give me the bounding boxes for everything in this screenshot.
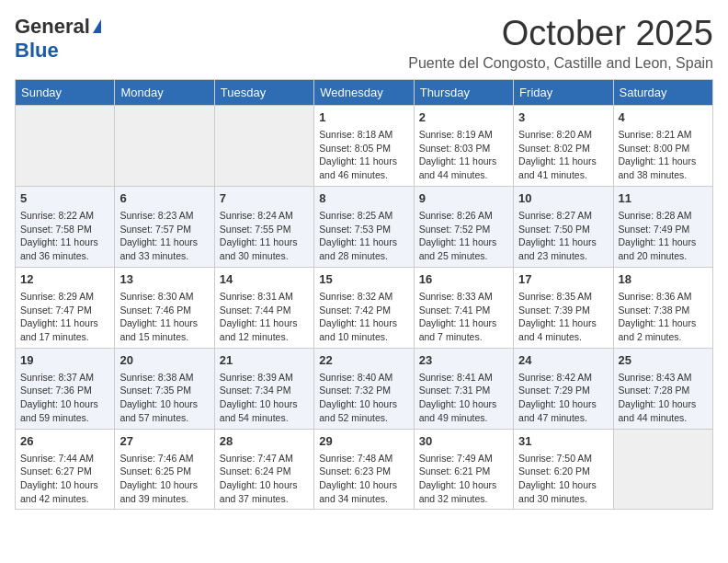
day-info: Daylight: 11 hours and 38 minutes. xyxy=(619,155,708,181)
calendar-cell: 9Sunrise: 8:26 AMSunset: 7:52 PMDaylight… xyxy=(414,186,513,267)
day-number: 25 xyxy=(619,352,708,369)
day-info: Sunset: 7:32 PM xyxy=(319,384,408,397)
month-title: October 2025 xyxy=(408,15,713,53)
calendar-cell: 28Sunrise: 7:47 AMSunset: 6:24 PMDayligh… xyxy=(214,429,313,510)
day-info: Sunrise: 7:48 AM xyxy=(319,452,408,465)
day-info: Daylight: 10 hours and 34 minutes. xyxy=(319,478,408,505)
calendar-cell: 24Sunrise: 8:42 AMSunset: 7:29 PMDayligh… xyxy=(514,348,613,429)
location-title: Puente del Congosto, Castille and Leon, … xyxy=(408,55,713,72)
calendar-cell: 20Sunrise: 8:38 AMSunset: 7:35 PMDayligh… xyxy=(115,348,214,429)
title-block: October 2025 Puente del Congosto, Castil… xyxy=(408,15,713,72)
day-info: Sunrise: 8:33 AM xyxy=(419,290,508,304)
day-info: Sunset: 7:44 PM xyxy=(220,304,309,317)
calendar-cell: 30Sunrise: 7:49 AMSunset: 6:21 PMDayligh… xyxy=(414,429,513,510)
day-info: Sunset: 6:24 PM xyxy=(220,465,309,478)
weekday-header-monday: Monday xyxy=(115,79,214,105)
day-info: Sunrise: 8:36 AM xyxy=(619,290,708,304)
day-info: Sunrise: 8:27 AM xyxy=(518,209,608,223)
day-info: Sunrise: 8:32 AM xyxy=(319,290,408,304)
day-info: Sunrise: 7:47 AM xyxy=(220,452,309,465)
calendar-table: SundayMondayTuesdayWednesdayThursdayFrid… xyxy=(15,79,713,511)
logo-general-text: General xyxy=(15,15,90,39)
calendar-cell: 10Sunrise: 8:27 AMSunset: 7:50 PMDayligh… xyxy=(514,186,613,267)
day-info: Sunset: 7:39 PM xyxy=(518,304,608,317)
day-info: Sunrise: 8:22 AM xyxy=(20,209,109,223)
day-info: Sunrise: 8:25 AM xyxy=(319,209,408,223)
day-info: Sunset: 8:02 PM xyxy=(518,142,608,155)
day-info: Sunrise: 7:50 AM xyxy=(518,452,608,465)
day-info: Sunset: 7:57 PM xyxy=(119,223,209,236)
day-info: Sunrise: 8:19 AM xyxy=(419,128,508,142)
day-info: Sunset: 8:05 PM xyxy=(319,142,408,155)
day-info: Sunset: 7:29 PM xyxy=(518,384,608,397)
calendar-cell: 22Sunrise: 8:40 AMSunset: 7:32 PMDayligh… xyxy=(314,348,414,429)
day-info: Sunset: 7:50 PM xyxy=(518,223,608,236)
day-info: Daylight: 10 hours and 44 minutes. xyxy=(619,397,708,424)
day-info: Sunrise: 8:29 AM xyxy=(20,290,109,304)
day-info: Daylight: 11 hours and 46 minutes. xyxy=(319,155,408,181)
calendar-cell: 13Sunrise: 8:30 AMSunset: 7:46 PMDayligh… xyxy=(115,267,214,348)
day-info: Sunset: 7:35 PM xyxy=(119,384,209,397)
day-info: Daylight: 10 hours and 37 minutes. xyxy=(220,478,309,505)
day-number: 30 xyxy=(419,433,508,450)
calendar-week-3: 12Sunrise: 8:29 AMSunset: 7:47 PMDayligh… xyxy=(16,267,713,348)
day-number: 10 xyxy=(518,190,608,207)
day-info: Sunrise: 8:28 AM xyxy=(619,209,708,223)
day-info: Sunrise: 7:46 AM xyxy=(119,452,209,465)
day-info: Daylight: 11 hours and 20 minutes. xyxy=(619,236,708,262)
calendar-cell: 26Sunrise: 7:44 AMSunset: 6:27 PMDayligh… xyxy=(16,429,115,510)
day-number: 1 xyxy=(319,109,408,126)
day-info: Sunrise: 8:37 AM xyxy=(20,371,109,385)
day-info: Sunset: 7:36 PM xyxy=(20,384,109,397)
day-number: 5 xyxy=(20,190,109,207)
day-info: Sunrise: 8:21 AM xyxy=(619,128,708,142)
day-info: Daylight: 10 hours and 49 minutes. xyxy=(419,397,508,424)
day-info: Sunset: 7:58 PM xyxy=(20,223,109,236)
day-info: Sunset: 8:03 PM xyxy=(419,142,508,155)
day-number: 23 xyxy=(419,352,508,369)
calendar-cell xyxy=(16,105,115,186)
day-info: Daylight: 10 hours and 32 minutes. xyxy=(419,478,508,505)
day-number: 18 xyxy=(619,271,708,288)
day-number: 20 xyxy=(119,352,209,369)
day-info: Daylight: 10 hours and 52 minutes. xyxy=(319,397,408,424)
day-info: Daylight: 11 hours and 17 minutes. xyxy=(20,316,109,343)
day-info: Sunset: 6:20 PM xyxy=(518,465,608,478)
day-number: 13 xyxy=(119,271,209,288)
day-info: Sunrise: 8:38 AM xyxy=(119,371,209,385)
weekday-header-friday: Friday xyxy=(514,79,613,105)
day-info: Daylight: 11 hours and 7 minutes. xyxy=(419,316,508,343)
calendar-week-1: 1Sunrise: 8:18 AMSunset: 8:05 PMDaylight… xyxy=(16,105,713,186)
day-number: 26 xyxy=(20,433,109,450)
calendar-cell: 5Sunrise: 8:22 AMSunset: 7:58 PMDaylight… xyxy=(16,186,115,267)
calendar-week-2: 5Sunrise: 8:22 AMSunset: 7:58 PMDaylight… xyxy=(16,186,713,267)
calendar-cell: 1Sunrise: 8:18 AMSunset: 8:05 PMDaylight… xyxy=(314,105,414,186)
calendar-cell: 29Sunrise: 7:48 AMSunset: 6:23 PMDayligh… xyxy=(314,429,414,510)
calendar-cell: 21Sunrise: 8:39 AMSunset: 7:34 PMDayligh… xyxy=(214,348,313,429)
day-info: Sunset: 6:25 PM xyxy=(119,465,209,478)
calendar-cell: 3Sunrise: 8:20 AMSunset: 8:02 PMDaylight… xyxy=(514,105,613,186)
day-info: Sunset: 7:31 PM xyxy=(419,384,508,397)
day-info: Daylight: 10 hours and 39 minutes. xyxy=(119,478,209,505)
day-info: Sunrise: 8:39 AM xyxy=(220,371,309,385)
day-info: Sunrise: 8:35 AM xyxy=(518,290,608,304)
weekday-header-wednesday: Wednesday xyxy=(314,79,414,105)
calendar-cell: 17Sunrise: 8:35 AMSunset: 7:39 PMDayligh… xyxy=(514,267,613,348)
calendar-cell xyxy=(214,105,313,186)
day-info: Sunset: 6:27 PM xyxy=(20,465,109,478)
calendar-cell xyxy=(115,105,214,186)
day-info: Sunset: 7:46 PM xyxy=(119,304,209,317)
calendar-cell xyxy=(613,429,712,510)
day-info: Sunrise: 8:20 AM xyxy=(518,128,608,142)
day-number: 21 xyxy=(220,352,309,369)
logo-blue-text: Blue xyxy=(15,39,59,63)
day-info: Daylight: 11 hours and 23 minutes. xyxy=(518,236,608,262)
calendar-week-4: 19Sunrise: 8:37 AMSunset: 7:36 PMDayligh… xyxy=(16,348,713,429)
day-number: 6 xyxy=(119,190,209,207)
day-number: 17 xyxy=(518,271,608,288)
calendar-cell: 25Sunrise: 8:43 AMSunset: 7:28 PMDayligh… xyxy=(613,348,712,429)
calendar-cell: 19Sunrise: 8:37 AMSunset: 7:36 PMDayligh… xyxy=(16,348,115,429)
day-info: Daylight: 11 hours and 28 minutes. xyxy=(319,236,408,262)
day-info: Daylight: 10 hours and 42 minutes. xyxy=(20,478,109,505)
day-number: 3 xyxy=(518,109,608,126)
